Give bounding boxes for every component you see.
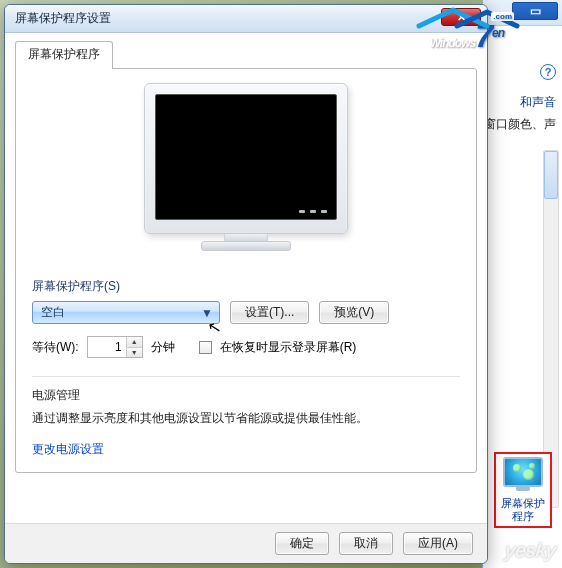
dialog-footer: 确定 取消 应用(A)	[5, 523, 487, 563]
preview-screen	[155, 94, 337, 220]
settings-button[interactable]: 设置(T)...	[230, 301, 309, 324]
bg-scrollbar-thumb[interactable]	[544, 151, 558, 199]
preview-button[interactable]: 预览(V)	[319, 301, 389, 324]
screensaver-shortcut[interactable]: 屏幕保护程序	[494, 452, 552, 528]
windows7en-logo: Windows7en .com	[430, 18, 504, 55]
cursor-icon: ↖	[206, 317, 223, 338]
apply-button[interactable]: 应用(A)	[403, 532, 473, 555]
tab-screensaver[interactable]: 屏幕保护程序	[15, 41, 113, 69]
bg-text-sound: 和声音	[520, 94, 556, 111]
ok-button[interactable]: 确定	[275, 532, 329, 555]
bg-text-color: 窗口颜色、声	[484, 116, 556, 133]
logo-com: .com	[491, 12, 514, 21]
screensaver-shortcut-label: 屏幕保护程序	[496, 497, 550, 523]
cancel-label: 取消	[354, 535, 378, 552]
tab-label: 屏幕保护程序	[28, 47, 100, 61]
wait-unit: 分钟	[151, 339, 175, 356]
dropdown-value: 空白	[41, 304, 65, 321]
screensaver-dialog: 屏幕保护程序设置 ✕ 屏幕保护程序	[4, 4, 488, 564]
power-link-label: 更改电源设置	[32, 442, 104, 456]
power-settings-link[interactable]: 更改电源设置	[32, 441, 460, 458]
wait-label: 等待(W):	[32, 339, 79, 356]
resume-checkbox[interactable]	[199, 341, 212, 354]
preview-button-label: 预览(V)	[334, 304, 374, 321]
screensaver-group-label: 屏幕保护程序(S)	[32, 278, 460, 295]
cancel-button[interactable]: 取消	[339, 532, 393, 555]
tab-pane: 屏幕保护程序(S) 空白 ▼ ↖ 设置(T)... 预览(V) 等待(W):	[15, 68, 477, 473]
help-icon[interactable]: ?	[540, 64, 556, 80]
resume-checkbox-label: 在恢复时显示登录屏幕(R)	[220, 339, 357, 356]
monitor-icon	[503, 457, 543, 487]
apply-label: 应用(A)	[418, 535, 458, 552]
ok-label: 确定	[290, 535, 314, 552]
power-section-label: 电源管理	[32, 387, 460, 404]
watermark: yesky	[504, 539, 557, 562]
bg-help-row: ?	[540, 64, 556, 80]
logo-text: Windows	[430, 36, 476, 50]
spin-down[interactable]: ▼	[127, 348, 142, 358]
settings-button-label: 设置(T)...	[245, 304, 294, 321]
spin-up[interactable]: ▲	[127, 337, 142, 348]
power-description: 通过调整显示亮度和其他电源设置以节省能源或提供最佳性能。	[32, 410, 460, 427]
dialog-title: 屏幕保护程序设置	[15, 10, 111, 27]
wait-input[interactable]	[88, 337, 126, 357]
wait-spinner[interactable]: ▲ ▼	[87, 336, 143, 358]
screensaver-dropdown[interactable]: 空白 ▼ ↖	[32, 301, 220, 324]
separator	[32, 376, 460, 377]
preview-monitor	[144, 83, 348, 256]
